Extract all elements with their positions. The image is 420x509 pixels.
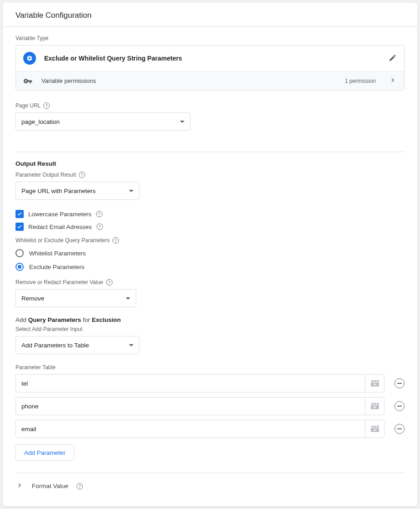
remove-row-button[interactable] <box>394 378 405 388</box>
gear-icon <box>23 52 36 65</box>
radio-icon <box>15 249 24 257</box>
card-header: Variable Configuration <box>3 3 417 27</box>
chevron-down-icon <box>180 121 184 123</box>
chevron-down-icon <box>126 297 130 300</box>
parameter-input[interactable] <box>16 397 365 415</box>
lowercase-label: Lowercase Parameters <box>28 211 92 218</box>
whitelist-radio[interactable]: Whitelist Parameters <box>15 249 405 257</box>
chevron-down-icon <box>129 190 133 192</box>
add-parameter-button[interactable]: Add Parameter <box>15 444 74 461</box>
help-icon[interactable]: ? <box>97 224 103 230</box>
add-param-input-value: Add Parameters to Table <box>21 342 89 349</box>
format-value-label: Format Value <box>32 483 68 489</box>
variable-type-box: Exclude or Whitelist Query String Parame… <box>15 45 405 91</box>
help-icon[interactable]: ? <box>106 279 113 285</box>
page-url-select[interactable]: page_location <box>15 112 190 131</box>
help-icon[interactable]: ? <box>79 172 85 178</box>
variable-picker-button[interactable]: + <box>365 397 384 415</box>
parameter-output-select[interactable]: Page URL with Parameters <box>15 182 139 200</box>
output-result-title: Output Result <box>15 160 405 167</box>
chevron-right-icon <box>389 76 397 86</box>
parameter-input[interactable] <box>16 375 365 392</box>
exclude-radio[interactable]: Exclude Parameters <box>15 263 405 271</box>
help-icon[interactable]: ? <box>96 211 102 217</box>
edit-icon[interactable] <box>389 54 397 63</box>
lego-icon: + <box>371 426 379 432</box>
key-icon <box>23 76 33 86</box>
parameter-output-value: Page URL with Parameters <box>21 188 96 194</box>
help-icon[interactable]: ? <box>77 483 83 489</box>
remove-row-button[interactable] <box>394 424 405 434</box>
variable-type-row[interactable]: Exclude or Whitelist Query String Parame… <box>16 46 404 71</box>
variable-configuration-card: Variable Configuration Variable Type Exc… <box>3 3 417 506</box>
parameter-input-wrap: + <box>15 374 384 392</box>
remove-redact-value: Remove <box>21 295 44 302</box>
variable-picker-button[interactable]: + <box>365 420 384 438</box>
page-url-value: page_location <box>21 118 60 125</box>
chevron-down-icon <box>129 344 133 346</box>
permissions-label: Variable permissions <box>41 77 337 84</box>
parameter-output-label: Parameter Output Result ? <box>15 172 405 178</box>
permissions-count: 1 permission <box>345 78 376 84</box>
lego-icon: + <box>371 403 379 409</box>
table-row: + <box>15 420 405 438</box>
parameter-table-label: Parameter Table <box>15 364 405 371</box>
variable-picker-button[interactable]: + <box>365 375 384 392</box>
radio-icon <box>15 263 24 271</box>
chevron-right-icon <box>15 481 24 491</box>
variable-type-name: Exclude or Whitelist Query String Parame… <box>44 55 380 62</box>
help-icon[interactable]: ? <box>43 102 50 109</box>
help-icon[interactable]: ? <box>113 237 119 244</box>
lego-icon: + <box>371 380 379 387</box>
card-title: Variable Configuration <box>15 11 92 20</box>
variable-permissions-row[interactable]: Variable permissions 1 permission <box>16 71 404 90</box>
format-value-row[interactable]: Format Value ? <box>15 473 405 500</box>
parameter-input[interactable] <box>16 420 365 438</box>
parameter-input-wrap: + <box>15 397 384 415</box>
redact-email-checkbox[interactable] <box>15 223 24 231</box>
table-row: + <box>15 397 405 415</box>
add-param-input-select[interactable]: Add Parameters to Table <box>15 336 139 354</box>
mode-label: Whitelist or Exclude Query Parameters ? <box>15 237 405 244</box>
add-param-input-label: Select Add Parameter Input <box>15 326 405 332</box>
parameter-input-wrap: + <box>15 420 384 438</box>
lowercase-checkbox[interactable] <box>15 210 24 218</box>
remove-row-button[interactable] <box>394 401 405 411</box>
table-row: + <box>15 374 405 392</box>
variable-type-label: Variable Type <box>15 35 405 41</box>
remove-redact-select[interactable]: Remove <box>15 289 136 307</box>
remove-redact-label: Remove or Redact Parameter Value ? <box>15 279 405 285</box>
add-query-params-heading: Add Query Parameters for Exclusion <box>15 316 405 323</box>
page-url-label: Page URL ? <box>15 102 405 109</box>
redact-email-label: Redact Email Adresses <box>28 224 92 230</box>
